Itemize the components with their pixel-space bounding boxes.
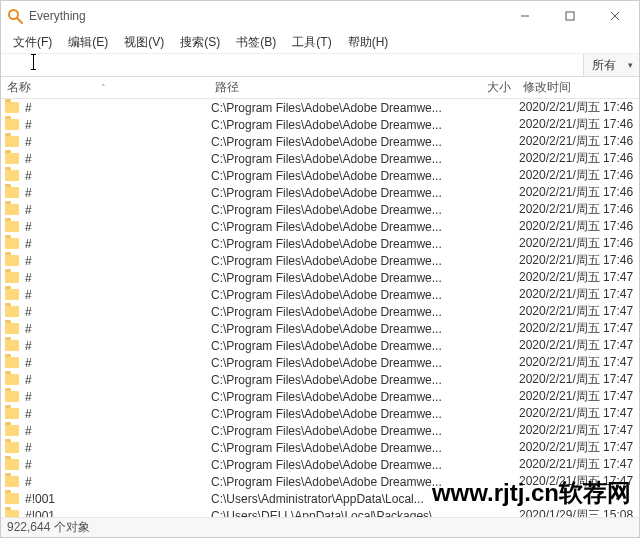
row-path: C:\Program Files\Adobe\Adobe Dreamwe... <box>211 288 461 302</box>
toolbar: 所有 ▾ <box>1 53 639 77</box>
app-icon <box>7 8 23 24</box>
row-date: 2020/2/21/周五 17:47 <box>519 320 639 337</box>
header-date[interactable]: 修改时间 <box>519 79 639 96</box>
table-row[interactable]: #C:\Program Files\Adobe\Adobe Dreamwe...… <box>1 286 639 303</box>
row-name: #!001 <box>25 492 55 506</box>
row-date: 2020/2/21/周五 17:47 <box>519 439 639 456</box>
folder-icon <box>5 221 19 232</box>
table-row[interactable]: #C:\Program Files\Adobe\Adobe Dreamwe...… <box>1 371 639 388</box>
menu-tools[interactable]: 工具(T) <box>284 32 339 53</box>
menubar: 文件(F) 编辑(E) 视图(V) 搜索(S) 书签(B) 工具(T) 帮助(H… <box>1 31 639 53</box>
row-name: # <box>25 169 32 183</box>
menu-view[interactable]: 视图(V) <box>116 32 172 53</box>
row-path: C:\Program Files\Adobe\Adobe Dreamwe... <box>211 271 461 285</box>
table-row[interactable]: #C:\Program Files\Adobe\Adobe Dreamwe...… <box>1 422 639 439</box>
row-name: # <box>25 441 32 455</box>
row-date: 2020/2/21/周五 17:46 <box>519 252 639 269</box>
table-row[interactable]: #C:\Program Files\Adobe\Adobe Dreamwe...… <box>1 201 639 218</box>
row-date: 2020/2/21/周五 17:47 <box>519 473 639 490</box>
row-name: # <box>25 390 32 404</box>
table-row[interactable]: #C:\Program Files\Adobe\Adobe Dreamwe...… <box>1 473 639 490</box>
table-row[interactable]: #C:\Program Files\Adobe\Adobe Dreamwe...… <box>1 405 639 422</box>
search-input[interactable] <box>1 54 583 76</box>
row-date: 2020/2/21/周五 17:47 <box>519 286 639 303</box>
row-name: # <box>25 152 32 166</box>
table-row[interactable]: #C:\Program Files\Adobe\Adobe Dreamwe...… <box>1 337 639 354</box>
table-row[interactable]: #C:\Program Files\Adobe\Adobe Dreamwe...… <box>1 320 639 337</box>
menu-edit[interactable]: 编辑(E) <box>60 32 116 53</box>
table-row[interactable]: #C:\Program Files\Adobe\Adobe Dreamwe...… <box>1 218 639 235</box>
row-path: C:\Program Files\Adobe\Adobe Dreamwe... <box>211 407 461 421</box>
row-date: 2020/2/21/周五 17:46 <box>519 167 639 184</box>
row-name: # <box>25 322 32 336</box>
table-row[interactable]: #C:\Program Files\Adobe\Adobe Dreamwe...… <box>1 184 639 201</box>
svg-line-1 <box>17 18 22 23</box>
table-row[interactable]: #C:\Program Files\Adobe\Adobe Dreamwe...… <box>1 150 639 167</box>
row-date: 2020/2/21/周五 17:47 <box>519 456 639 473</box>
menu-help[interactable]: 帮助(H) <box>340 32 397 53</box>
folder-icon <box>5 187 19 198</box>
row-path: C:\Program Files\Adobe\Adobe Dreamwe... <box>211 356 461 370</box>
maximize-button[interactable] <box>547 2 592 30</box>
row-name: # <box>25 135 32 149</box>
table-row[interactable]: #C:\Program Files\Adobe\Adobe Dreamwe...… <box>1 354 639 371</box>
result-list[interactable]: #C:\Program Files\Adobe\Adobe Dreamwe...… <box>1 99 639 529</box>
row-date: 2020/2/21/周五 17:47 <box>519 269 639 286</box>
folder-icon <box>5 408 19 419</box>
row-path: C:\Program Files\Adobe\Adobe Dreamwe... <box>211 118 461 132</box>
minimize-button[interactable] <box>502 2 547 30</box>
table-row[interactable]: #C:\Program Files\Adobe\Adobe Dreamwe...… <box>1 439 639 456</box>
row-path: C:\Program Files\Adobe\Adobe Dreamwe... <box>211 101 461 115</box>
table-row[interactable]: #C:\Program Files\Adobe\Adobe Dreamwe...… <box>1 116 639 133</box>
folder-icon <box>5 136 19 147</box>
row-date: 2020/2/21/周五 17:46 <box>519 150 639 167</box>
header-name[interactable]: 名称 ˄ <box>1 79 211 96</box>
table-row[interactable]: #C:\Program Files\Adobe\Adobe Dreamwe...… <box>1 167 639 184</box>
row-path: C:\Program Files\Adobe\Adobe Dreamwe... <box>211 305 461 319</box>
filter-label: 所有 <box>592 57 616 74</box>
folder-icon <box>5 170 19 181</box>
close-button[interactable] <box>592 2 637 30</box>
row-path: C:\Program Files\Adobe\Adobe Dreamwe... <box>211 220 461 234</box>
row-path: C:\Program Files\Adobe\Adobe Dreamwe... <box>211 152 461 166</box>
menu-bookmark[interactable]: 书签(B) <box>228 32 284 53</box>
row-date: 2020/2/21/周五 17:46 <box>519 116 639 133</box>
table-row[interactable]: #C:\Program Files\Adobe\Adobe Dreamwe...… <box>1 388 639 405</box>
row-path: C:\Program Files\Adobe\Adobe Dreamwe... <box>211 169 461 183</box>
row-path: C:\Program Files\Adobe\Adobe Dreamwe... <box>211 339 461 353</box>
window-controls <box>502 2 637 30</box>
table-row[interactable]: #C:\Program Files\Adobe\Adobe Dreamwe...… <box>1 235 639 252</box>
table-row[interactable]: #C:\Program Files\Adobe\Adobe Dreamwe...… <box>1 456 639 473</box>
table-row[interactable]: #C:\Program Files\Adobe\Adobe Dreamwe...… <box>1 99 639 116</box>
folder-icon <box>5 476 19 487</box>
row-name: # <box>25 475 32 489</box>
table-row[interactable]: #C:\Program Files\Adobe\Adobe Dreamwe...… <box>1 303 639 320</box>
table-row[interactable]: #!001C:\Users\Administrator\AppData\Loca… <box>1 490 639 507</box>
table-row[interactable]: #C:\Program Files\Adobe\Adobe Dreamwe...… <box>1 252 639 269</box>
row-date: 2020/2/21/周五 17:46 <box>519 133 639 150</box>
statusbar: 922,644 个对象 <box>1 517 639 537</box>
folder-icon <box>5 391 19 402</box>
row-date: 2020/2/21/周五 17:47 <box>519 354 639 371</box>
row-path: C:\Program Files\Adobe\Adobe Dreamwe... <box>211 254 461 268</box>
header-path[interactable]: 路径 <box>211 79 461 96</box>
folder-icon <box>5 459 19 470</box>
row-path: C:\Program Files\Adobe\Adobe Dreamwe... <box>211 373 461 387</box>
menu-search[interactable]: 搜索(S) <box>172 32 228 53</box>
row-path: C:\Program Files\Adobe\Adobe Dreamwe... <box>211 441 461 455</box>
filter-dropdown[interactable]: 所有 ▾ <box>583 54 639 76</box>
row-name: # <box>25 271 32 285</box>
folder-icon <box>5 102 19 113</box>
row-name: # <box>25 373 32 387</box>
chevron-down-icon: ▾ <box>628 60 633 70</box>
titlebar: Everything <box>1 1 639 31</box>
row-name: # <box>25 458 32 472</box>
svg-rect-3 <box>566 12 574 20</box>
row-date: 2020/2/21/周五 17:47 <box>519 388 639 405</box>
table-row[interactable]: #C:\Program Files\Adobe\Adobe Dreamwe...… <box>1 269 639 286</box>
row-path: C:\Program Files\Adobe\Adobe Dreamwe... <box>211 390 461 404</box>
table-row[interactable]: #C:\Program Files\Adobe\Adobe Dreamwe...… <box>1 133 639 150</box>
folder-icon <box>5 306 19 317</box>
header-size[interactable]: 大小 <box>461 79 519 96</box>
menu-file[interactable]: 文件(F) <box>5 32 60 53</box>
